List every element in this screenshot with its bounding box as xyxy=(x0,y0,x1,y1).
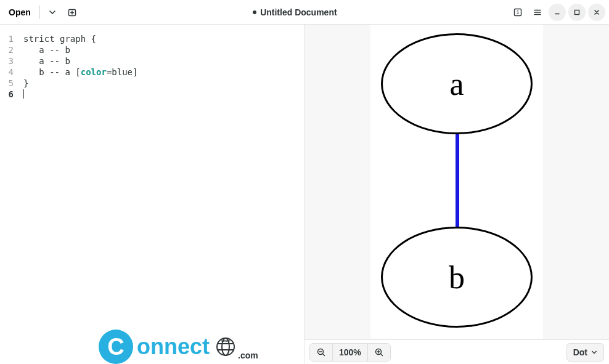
titlebar: Open Untitled Document 1 xyxy=(0,0,609,25)
open-button[interactable]: Open xyxy=(4,5,36,20)
code-line: a -- b xyxy=(23,56,70,66)
line-number: 1 xyxy=(0,33,14,44)
graph-render: a b xyxy=(370,25,543,339)
new-tab-icon xyxy=(67,7,77,17)
close-icon xyxy=(593,9,600,16)
new-tab-button[interactable] xyxy=(63,4,81,21)
code-line: strict graph { xyxy=(23,34,96,44)
code-line: a -- b xyxy=(23,45,70,55)
text-cursor xyxy=(23,89,24,99)
modified-indicator xyxy=(253,10,256,14)
editor-pane: 1 2 3 4 5 6 strict graph { a -- b a -- b… xyxy=(0,25,304,364)
zoom-level[interactable]: 100% xyxy=(333,344,367,361)
code-editor[interactable]: strict graph { a -- b a -- b b -- a [col… xyxy=(18,25,304,364)
chevron-down-icon xyxy=(49,9,56,16)
graph-node-b: b xyxy=(381,227,533,328)
graph-node-a: a xyxy=(381,33,533,134)
zoom-out-button[interactable] xyxy=(310,344,333,361)
zoom-in-button[interactable] xyxy=(367,344,390,361)
close-button[interactable] xyxy=(588,4,605,21)
line-number-current: 6 xyxy=(0,89,14,100)
preview-toolbar: 100% Dot xyxy=(304,339,609,364)
chevron-down-icon xyxy=(591,349,597,355)
svg-rect-3 xyxy=(575,10,579,14)
minimize-icon xyxy=(554,9,561,16)
line-number: 5 xyxy=(0,78,14,89)
hamburger-menu-icon xyxy=(533,7,542,17)
line-number: 2 xyxy=(0,44,14,55)
hamburger-menu-button[interactable] xyxy=(529,4,546,21)
main: 1 2 3 4 5 6 strict graph { a -- b a -- b… xyxy=(0,25,609,364)
svg-text:1: 1 xyxy=(516,9,519,15)
zoom-in-icon xyxy=(374,347,384,357)
line-number: 3 xyxy=(0,55,14,67)
panel-toggle-button[interactable]: 1 xyxy=(509,4,526,21)
titlebar-right: 1 xyxy=(509,4,605,21)
line-number-gutter: 1 2 3 4 5 6 xyxy=(0,25,18,364)
minimize-button[interactable] xyxy=(549,4,566,21)
code-line: } xyxy=(23,78,28,88)
titlebar-left: Open xyxy=(4,4,81,21)
zoom-controls: 100% xyxy=(309,343,391,362)
maximize-icon xyxy=(573,9,581,16)
zoom-out-icon xyxy=(316,347,326,357)
keyword: color xyxy=(81,67,107,77)
engine-label: Dot xyxy=(573,347,587,357)
open-recent-button[interactable] xyxy=(44,4,61,21)
titlebar-center: Untitled Document xyxy=(81,7,509,17)
preview-canvas[interactable]: a b xyxy=(304,25,609,339)
graph-edge xyxy=(456,134,459,229)
engine-select[interactable]: Dot xyxy=(566,343,604,362)
preview-pane: a b 100% Dot xyxy=(304,25,609,364)
separator xyxy=(39,6,40,19)
code-line: b -- a [color=blue] xyxy=(23,67,137,77)
panel-toggle-icon: 1 xyxy=(513,7,523,17)
line-number: 4 xyxy=(0,67,14,78)
maximize-button[interactable] xyxy=(568,4,586,21)
document-title: Untitled Document xyxy=(260,7,337,17)
